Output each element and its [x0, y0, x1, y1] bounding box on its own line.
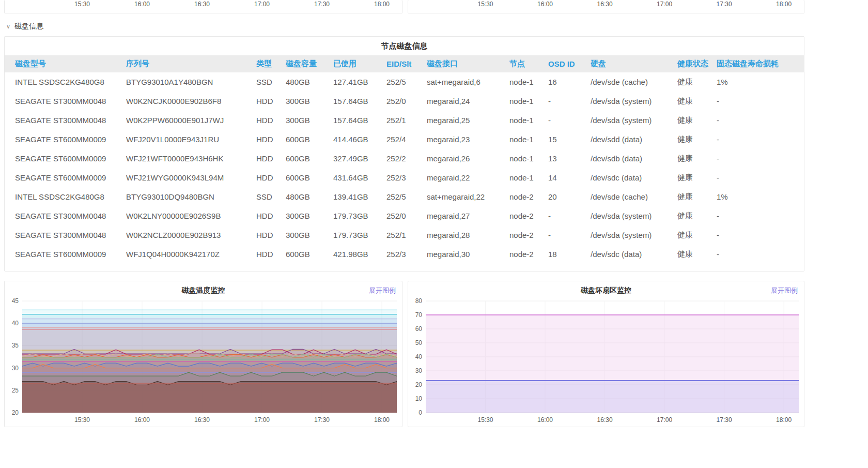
x-axis-tick: 15:30	[478, 1, 493, 8]
svg-text:10: 10	[415, 395, 423, 402]
svg-text:16:00: 16:00	[134, 416, 150, 424]
table-cell: 252/0	[386, 92, 427, 111]
table-cell: 16	[548, 72, 591, 92]
x-axis-tick: 16:00	[537, 1, 553, 8]
table-cell: megaraid,25	[427, 111, 509, 130]
top-right-x-axis: 15:3016:0016:3017:0017:3018:00	[408, 0, 804, 13]
table-cell: -	[717, 130, 804, 149]
temperature-chart-panel: 磁盘温度监控 展开图例 45403530252015:3016:0016:301…	[4, 281, 402, 427]
x-axis-tick: 17:00	[657, 1, 672, 8]
table-cell: W0K2NCJK0000E902B6F8	[126, 92, 256, 111]
table-cell: /dev/sda (system)	[591, 92, 677, 111]
table-cell: 600GB	[286, 149, 333, 168]
column-header-8[interactable]: 节点	[509, 55, 548, 72]
table-cell: 300GB	[286, 92, 333, 111]
table-cell: 健康	[677, 149, 717, 168]
table-cell: 252/4	[386, 130, 427, 149]
table-cell: megaraid,23	[427, 130, 509, 149]
table-cell: 健康	[677, 130, 717, 149]
table-cell: /dev/sdc (data)	[591, 245, 677, 264]
table-cell: node-1	[509, 168, 548, 187]
table-cell: 健康	[677, 72, 717, 92]
x-axis-tick: 17:30	[717, 1, 732, 8]
table-cell: SEAGATE ST600MM0009	[5, 168, 126, 187]
x-axis-tick: 16:30	[194, 1, 210, 8]
table-cell: 健康	[677, 225, 717, 245]
table-cell: node-2	[509, 187, 548, 206]
table-cell: -	[717, 92, 804, 111]
table-cell: SSD	[256, 187, 286, 206]
column-header-6[interactable]: EID/Slt	[386, 55, 427, 72]
top-right-chart-panel: 15:3016:0016:3017:0017:3018:00	[408, 0, 804, 13]
table-cell: -	[548, 92, 591, 111]
table-cell: megaraid,22	[427, 168, 509, 187]
column-header-2[interactable]: 序列号	[126, 55, 256, 72]
svg-text:17:00: 17:00	[657, 416, 672, 424]
table-cell: 179.73GB	[333, 225, 386, 245]
table-cell: /dev/sda (system)	[591, 206, 677, 225]
table-row: INTEL SSDSC2KG480G8BTYG93010A1Y480BGNSSD…	[5, 72, 804, 92]
table-cell: 14	[548, 168, 591, 187]
table-cell: 健康	[677, 187, 717, 206]
table-row: SEAGATE ST600MM0009WFJ20V1L0000E943J1RUH…	[5, 130, 804, 149]
top-left-x-axis: 15:3016:0016:3017:0017:3018:00	[5, 0, 402, 13]
disk-info-section-toggle[interactable]: ∨ 磁盘信息	[6, 22, 804, 31]
table-row: INTEL SSDSC2KG480G8BTYG93010DQ9480BGNSSD…	[5, 187, 804, 206]
table-cell: W0K2PPW60000E901J7WJ	[126, 111, 256, 130]
svg-text:80: 80	[415, 297, 423, 305]
table-cell: /dev/sda (system)	[591, 111, 677, 130]
table-cell: 157.64GB	[333, 92, 386, 111]
table-cell: 20	[548, 187, 591, 206]
column-header-3[interactable]: 类型	[256, 55, 286, 72]
table-cell: HDD	[256, 130, 286, 149]
x-axis-tick: 18:00	[374, 1, 390, 8]
table-row: SEAGATE ST600MM0009WFJ1Q04H0000K942170ZH…	[5, 245, 804, 264]
table-cell: BTYG93010A1Y480BGN	[126, 72, 256, 92]
column-header-7[interactable]: 磁盘接口	[427, 55, 509, 72]
table-cell: HDD	[256, 206, 286, 225]
chart-svg: 8070605040302010015:3016:0016:3017:0017:…	[408, 297, 804, 425]
column-header-1[interactable]: 磁盘型号	[5, 55, 126, 72]
table-row: SEAGATE ST300MM0048W0K2PPW60000E901J7WJH…	[5, 111, 804, 130]
table-header-row: 磁盘型号序列号类型磁盘容量已使用EID/Slt磁盘接口节点OSD ID硬盘健康状…	[5, 55, 804, 72]
column-header-11[interactable]: 健康状态	[677, 55, 717, 72]
table-cell: 252/5	[386, 72, 427, 92]
svg-text:50: 50	[415, 339, 423, 346]
column-header-4[interactable]: 磁盘容量	[286, 55, 333, 72]
table-cell: 健康	[677, 92, 717, 111]
table-cell: 300GB	[286, 225, 333, 245]
top-chart-strip: 15:3016:0016:3017:0017:3018:00 15:3016:0…	[4, 0, 804, 13]
table-cell: HDD	[256, 225, 286, 245]
table-cell: 252/1	[386, 111, 427, 130]
svg-text:16:00: 16:00	[537, 416, 553, 424]
bad-sector-chart: 8070605040302010015:3016:0016:3017:0017:…	[408, 297, 804, 425]
svg-text:17:00: 17:00	[254, 416, 270, 424]
svg-text:15:30: 15:30	[478, 416, 493, 424]
table-cell: /dev/sdc (data)	[591, 168, 677, 187]
table-cell: /dev/sda (system)	[591, 225, 677, 245]
table-cell: 157.64GB	[333, 111, 386, 130]
table-cell: 421.98GB	[333, 245, 386, 264]
column-header-12[interactable]: 固态磁盘寿命损耗	[717, 55, 804, 72]
bad-sector-chart-header: 磁盘坏扇区监控 展开图例	[408, 281, 804, 297]
expand-legend-link[interactable]: 展开图例	[369, 286, 396, 295]
table-cell: -	[717, 149, 804, 168]
table-cell: WFJ20V1L0000E943J1RU	[126, 130, 256, 149]
table-cell: W0K2NCLZ0000E902B913	[126, 225, 256, 245]
svg-text:30: 30	[415, 367, 423, 374]
svg-text:16:30: 16:30	[597, 416, 613, 424]
table-cell: SEAGATE ST300MM0048	[5, 92, 126, 111]
expand-legend-link[interactable]: 展开图例	[771, 286, 798, 295]
column-header-5[interactable]: 已使用	[333, 55, 386, 72]
column-header-10[interactable]: 硬盘	[591, 55, 677, 72]
table-cell: 健康	[677, 206, 717, 225]
table-cell: INTEL SSDSC2KG480G8	[5, 72, 126, 92]
table-title: 节点磁盘信息	[5, 37, 804, 55]
column-header-9[interactable]: OSD ID	[548, 55, 591, 72]
table-cell: node-2	[509, 225, 548, 245]
table-cell: 252/3	[386, 168, 427, 187]
table-row: SEAGATE ST300MM0048W0K2NCJK0000E902B6F8H…	[5, 92, 804, 111]
table-cell: W0K2LNY00000E9026S9B	[126, 206, 256, 225]
bottom-charts-row: 磁盘温度监控 展开图例 45403530252015:3016:0016:301…	[4, 281, 804, 427]
table-cell: SEAGATE ST600MM0009	[5, 245, 126, 264]
